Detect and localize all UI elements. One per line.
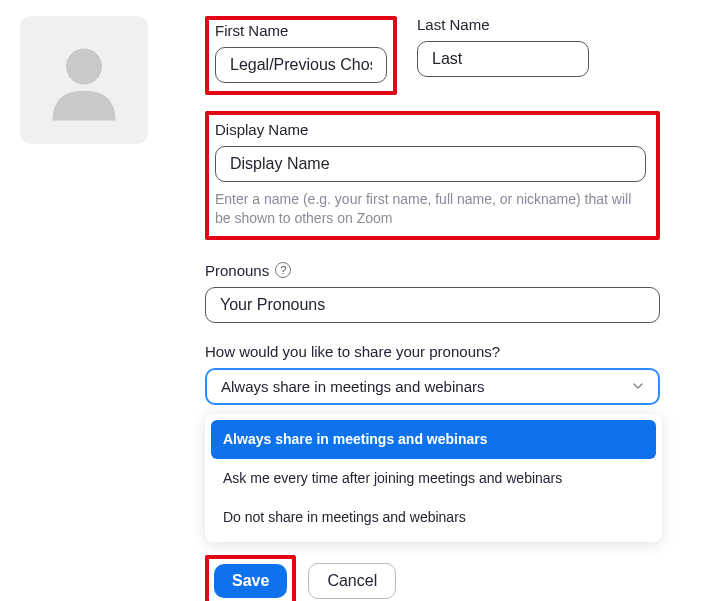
save-button[interactable]: Save xyxy=(214,564,287,598)
display-name-hint: Enter a name (e.g. your first name, full… xyxy=(215,190,646,228)
display-name-label: Display Name xyxy=(215,121,646,138)
share-pronouns-dropdown: Always share in meetings and webinars As… xyxy=(205,414,662,543)
avatar[interactable] xyxy=(20,16,148,144)
share-pronouns-section: How would you like to share your pronoun… xyxy=(205,343,660,405)
last-name-input[interactable] xyxy=(417,41,589,77)
first-name-field: First Name xyxy=(205,16,397,95)
chevron-down-icon xyxy=(632,378,644,395)
pronouns-input[interactable] xyxy=(205,287,660,323)
person-icon xyxy=(39,35,129,125)
last-name-label: Last Name xyxy=(417,16,589,33)
pronouns-label: Pronouns ? xyxy=(205,262,660,279)
share-option-always[interactable]: Always share in meetings and webinars xyxy=(211,420,656,459)
cancel-button[interactable]: Cancel xyxy=(308,563,396,599)
display-name-section: Display Name Enter a name (e.g. your fir… xyxy=(205,111,660,240)
share-option-never[interactable]: Do not share in meetings and webinars xyxy=(211,498,656,537)
share-label: How would you like to share your pronoun… xyxy=(205,343,660,360)
first-name-input[interactable] xyxy=(215,47,387,83)
share-pronouns-select[interactable]: Always share in meetings and webinars xyxy=(205,368,660,405)
first-name-label: First Name xyxy=(215,22,387,39)
pronouns-section: Pronouns ? xyxy=(205,262,660,323)
display-name-input[interactable] xyxy=(215,146,646,182)
help-icon[interactable]: ? xyxy=(275,262,291,278)
svg-point-0 xyxy=(66,49,102,85)
last-name-field: Last Name xyxy=(417,16,589,95)
share-option-ask[interactable]: Ask me every time after joining meetings… xyxy=(211,459,656,498)
save-highlight: Save xyxy=(205,555,296,601)
